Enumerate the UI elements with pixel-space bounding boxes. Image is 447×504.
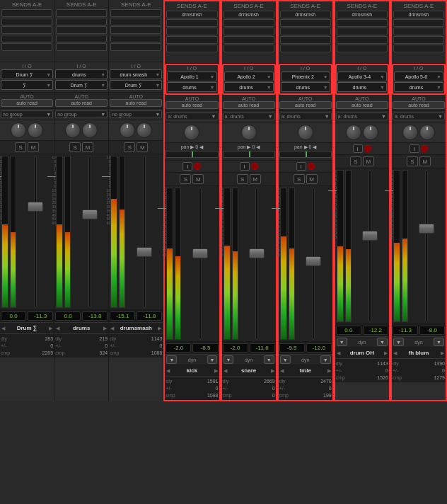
fader-handle[interactable] (249, 248, 265, 258)
knob-0[interactable] (241, 125, 257, 140)
send-slot-2[interactable] (166, 28, 217, 35)
io-input-box[interactable]: Phoenix 2 ▼ (281, 71, 330, 81)
io-output-box[interactable]: drums ▼ (281, 82, 330, 92)
mute-button[interactable]: M (137, 142, 148, 152)
group-box[interactable]: no group ▼ (1, 110, 53, 118)
auto-mode[interactable]: auto read (393, 101, 445, 109)
solo-button[interactable]: S (180, 174, 191, 184)
send-slot-2[interactable] (224, 28, 274, 35)
send-slot-3[interactable] (224, 36, 274, 44)
group-box[interactable]: a: drums ▼ (223, 113, 275, 120)
dyn-expand[interactable]: ▼ (377, 338, 388, 346)
input-btn[interactable]: I (296, 162, 306, 171)
io-output-box[interactable]: ∑ ▼ (1, 80, 53, 90)
send-slot-0[interactable] (1, 9, 52, 17)
send-slot-4[interactable] (56, 43, 107, 51)
send-slot-0[interactable]: drmsmsh (393, 11, 444, 18)
group-box[interactable]: a: drums ▼ (166, 113, 218, 120)
send-slot-0[interactable]: drmsmsh (337, 11, 388, 18)
send-slot-1[interactable] (110, 18, 161, 25)
auto-mode[interactable]: auto read (110, 99, 162, 107)
send-slot-0[interactable] (110, 9, 161, 17)
dyn-button[interactable]: ▼ (393, 338, 404, 346)
mute-button[interactable]: M (250, 174, 261, 184)
mute-button[interactable]: M (28, 142, 39, 152)
auto-mode[interactable]: auto read (166, 101, 218, 109)
mute-button[interactable]: M (192, 174, 204, 184)
send-slot-1[interactable] (1, 18, 52, 25)
send-slot-3[interactable] (393, 36, 444, 44)
mute-button[interactable]: M (82, 142, 93, 152)
dyn-button[interactable]: ▼ (224, 355, 234, 364)
mute-button[interactable]: M (306, 174, 318, 184)
knob-0[interactable] (184, 125, 199, 140)
dyn-button[interactable]: ▼ (166, 355, 177, 364)
io-input-box[interactable]: Drum ∑ ▼ (1, 69, 53, 79)
auto-mode[interactable]: auto read (336, 101, 388, 109)
io-output-box[interactable]: drums ▼ (167, 82, 216, 92)
fader-handle[interactable] (362, 231, 378, 241)
group-box[interactable]: a: drums ▼ (279, 113, 332, 120)
mute-button[interactable]: M (363, 156, 374, 166)
auto-mode[interactable]: auto read (223, 101, 275, 109)
io-input-box[interactable]: drums ▼ (55, 69, 108, 79)
send-slot-4[interactable] (166, 45, 217, 52)
send-slot-2[interactable] (110, 26, 161, 34)
send-slot-0[interactable]: drmsmsh (166, 11, 217, 18)
fader-handle[interactable] (28, 202, 43, 212)
send-slot-2[interactable] (280, 28, 331, 35)
fader-handle[interactable] (306, 256, 321, 266)
input-btn[interactable]: I (182, 162, 192, 171)
record-btn[interactable] (421, 145, 428, 152)
fader-handle[interactable] (82, 210, 98, 219)
send-slot-4[interactable] (280, 45, 331, 52)
io-input-box[interactable]: drum smash ▼ (110, 69, 162, 79)
fader-handle[interactable] (137, 247, 152, 257)
knob-0[interactable] (65, 122, 81, 138)
pan-bar[interactable] (279, 151, 332, 158)
send-slot-2[interactable] (56, 26, 107, 34)
solo-button[interactable]: S (15, 142, 26, 152)
group-box[interactable]: a: drums ▼ (393, 113, 445, 120)
knob-0[interactable] (120, 122, 135, 138)
send-slot-4[interactable] (1, 43, 52, 51)
knob-1[interactable] (419, 125, 435, 140)
dyn-expand[interactable]: ▼ (264, 355, 274, 364)
knob-0[interactable] (11, 122, 26, 138)
io-input-box[interactable]: Apollo 2 ▼ (224, 71, 274, 81)
send-slot-3[interactable] (166, 36, 217, 44)
pan-bar[interactable] (166, 151, 218, 158)
knob-1[interactable] (28, 122, 43, 138)
send-slot-4[interactable] (224, 45, 274, 52)
input-btn[interactable]: I (410, 144, 419, 153)
knob-1[interactable] (82, 122, 98, 138)
knob-1[interactable] (363, 125, 378, 140)
solo-button[interactable]: S (294, 174, 305, 184)
dyn-expand[interactable]: ▼ (434, 338, 444, 346)
io-output-box[interactable]: Drum ∑ ▼ (110, 80, 162, 90)
dyn-button[interactable]: ▼ (337, 338, 347, 346)
send-slot-1[interactable] (166, 19, 217, 27)
io-output-box[interactable]: drums ▼ (337, 82, 387, 92)
knob-0[interactable] (298, 125, 313, 140)
send-slot-2[interactable] (393, 28, 444, 35)
send-slot-1[interactable] (224, 19, 274, 27)
knob-1[interactable] (137, 122, 152, 138)
send-slot-1[interactable] (337, 19, 388, 27)
send-slot-3[interactable] (280, 36, 331, 44)
fader-handle[interactable] (192, 248, 208, 258)
input-btn[interactable]: I (353, 144, 363, 153)
record-btn[interactable] (364, 145, 371, 152)
pan-bar[interactable] (223, 151, 275, 158)
send-slot-0[interactable]: drmsmsh (224, 11, 274, 18)
auto-mode[interactable]: auto read (1, 99, 53, 107)
send-slot-4[interactable] (337, 45, 388, 52)
mute-button[interactable]: M (419, 156, 431, 166)
send-slot-3[interactable] (56, 35, 107, 42)
auto-mode[interactable]: auto read (279, 101, 332, 109)
input-btn[interactable]: I (240, 162, 250, 171)
send-slot-1[interactable] (280, 19, 331, 27)
io-output-box[interactable]: drums ▼ (224, 82, 274, 92)
fader-handle[interactable] (419, 224, 434, 234)
send-slot-2[interactable] (1, 26, 52, 34)
